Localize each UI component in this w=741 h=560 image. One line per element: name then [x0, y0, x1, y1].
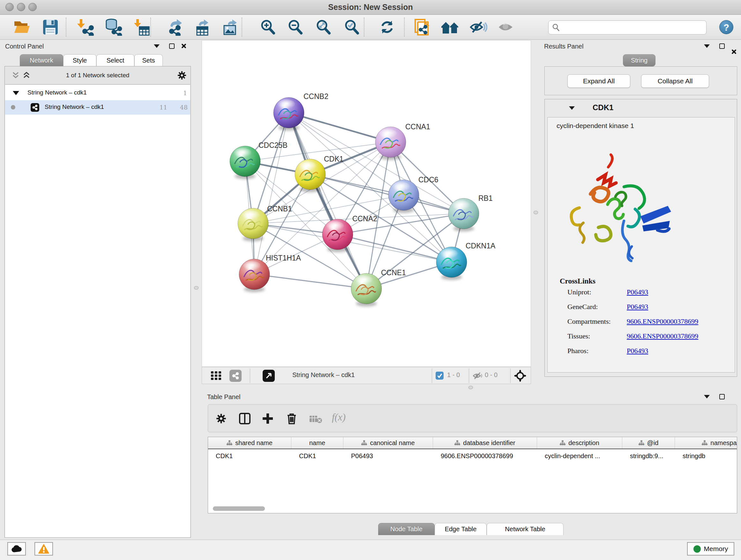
right-splitter-handle[interactable]: [534, 211, 538, 214]
table-cell[interactable]: 9606.ENSP00000378699: [433, 450, 537, 462]
edge-CCNB2-HIST1H1A[interactable]: [254, 113, 289, 274]
node-table[interactable]: shared namenamecanonical namedatabase id…: [208, 437, 737, 513]
tab-node-table[interactable]: Node Table: [378, 523, 434, 535]
horizontal-splitter-handle[interactable]: [468, 386, 473, 389]
entry-collapse-icon[interactable]: [569, 106, 575, 110]
table-cell[interactable]: stringdb:9...: [622, 450, 675, 462]
tab-edge-table[interactable]: Edge Table: [434, 523, 487, 535]
tab-string[interactable]: String: [623, 54, 656, 66]
node-RB1[interactable]: RB1: [448, 194, 493, 232]
network-view-canvas[interactable]: CCNB2CCNA1CDC25BCDK1CDC6RB1CCNB1CCNA2CDK…: [202, 40, 531, 367]
pan-crosshair-icon[interactable]: [514, 370, 526, 382]
network-tree-root-row[interactable]: String Network – cdk1 1: [5, 86, 190, 100]
table-panel-collapse-icon[interactable]: [704, 395, 710, 398]
node-CDK1[interactable]: CDK1: [295, 155, 343, 192]
network-options-gear-icon[interactable]: [177, 71, 187, 80]
selected-checkbox[interactable]: [435, 372, 444, 380]
delete-column-icon[interactable]: [286, 413, 297, 425]
table-cell[interactable]: stringdb: [675, 450, 737, 462]
table-cell[interactable]: cyclin-dependent ...: [537, 450, 622, 462]
tab-select[interactable]: Select: [96, 54, 134, 66]
string-network-icon: [30, 103, 39, 112]
table-toolbar: f(x): [208, 404, 737, 432]
show-hidden-icon[interactable]: [498, 20, 515, 34]
crosslink-link[interactable]: 9606.ENSP00000378699: [627, 332, 698, 340]
control-panel-float-icon[interactable]: [169, 44, 175, 49]
import-network-database-icon[interactable]: [105, 18, 122, 36]
export-image-icon[interactable]: [222, 18, 240, 36]
table-row[interactable]: CDK1CDK1P064939606.ENSP00000378699cyclin…: [208, 450, 737, 462]
expand-all-button[interactable]: Expand All: [567, 74, 630, 88]
column-header-namespace[interactable]: namespace: [675, 437, 737, 449]
results-panel-float-icon[interactable]: [719, 44, 725, 49]
zoom-in-icon[interactable]: [260, 19, 276, 36]
search-field[interactable]: [548, 20, 706, 35]
zoom-out-icon[interactable]: [287, 19, 304, 36]
edge-CCNB2-CCNE1[interactable]: [289, 113, 366, 289]
column-header-database-identifier[interactable]: database identifier: [433, 437, 537, 449]
column-header-name[interactable]: name: [291, 437, 343, 449]
node-HIST1H1A[interactable]: HIST1H1A: [239, 254, 301, 292]
memory-button[interactable]: Memory: [687, 542, 734, 556]
node-CCNB1[interactable]: CCNB1: [238, 205, 292, 241]
export-table-icon[interactable]: [194, 18, 212, 36]
save-session-icon[interactable]: [43, 19, 58, 35]
tab-network-table[interactable]: Network Table: [487, 523, 563, 535]
search-input[interactable]: [562, 24, 706, 31]
table-cell[interactable]: CDK1: [291, 450, 343, 462]
table-panel-float-icon[interactable]: [719, 394, 725, 399]
open-session-icon[interactable]: [13, 19, 30, 35]
node-CCNB2[interactable]: CCNB2: [273, 92, 328, 131]
show-all-icon[interactable]: [441, 19, 460, 35]
crosslink-link[interactable]: P06493: [627, 303, 648, 311]
new-network-from-selection-icon[interactable]: [413, 18, 430, 36]
delete-table-icon: [310, 415, 322, 423]
import-table-file-icon[interactable]: [133, 18, 150, 36]
table-cell[interactable]: P06493: [343, 450, 433, 462]
crosslink-link[interactable]: P06493: [627, 288, 648, 296]
tree-expand-icon[interactable]: [13, 91, 19, 95]
edge-HIST1H1A-CCNE1[interactable]: [254, 274, 366, 289]
table-horizontal-scrollbar[interactable]: [213, 506, 265, 511]
crosslink-link[interactable]: P06493: [627, 347, 648, 355]
results-panel-collapse-icon[interactable]: [704, 44, 710, 48]
create-column-icon[interactable]: [262, 413, 274, 425]
crosslink-link[interactable]: 9606.ENSP00000378699: [627, 317, 698, 326]
tab-style[interactable]: Style: [63, 54, 96, 66]
show-columns-icon[interactable]: [239, 413, 251, 425]
results-panel-close-icon[interactable]: [731, 49, 737, 55]
control-panel-close-icon[interactable]: [181, 43, 186, 49]
node-CDC6[interactable]: CDC6: [388, 176, 439, 213]
edge-CDK1-RB1[interactable]: [310, 174, 464, 213]
apply-layout-icon[interactable]: [379, 19, 395, 36]
table-cell[interactable]: CDK1: [208, 450, 291, 462]
column-mapping-icon: [560, 440, 565, 445]
fit-content-icon[interactable]: [315, 19, 332, 36]
tab-sets[interactable]: Sets: [134, 54, 163, 66]
import-network-file-icon[interactable]: [77, 18, 94, 36]
network-panel: 1 of 1 Network selected String Network –…: [4, 66, 191, 538]
node-label-RB1: RB1: [478, 194, 493, 202]
collapse-all-button[interactable]: Collapse All: [641, 74, 709, 88]
column-header--id[interactable]: @id: [622, 437, 675, 449]
control-panel-collapse-icon[interactable]: [154, 44, 159, 48]
export-network-icon[interactable]: [167, 18, 185, 36]
column-header-label: description: [568, 439, 599, 447]
warning-button[interactable]: [35, 542, 53, 556]
zoom-selected-icon[interactable]: [344, 19, 360, 36]
column-header-canonical-name[interactable]: canonical name: [343, 437, 433, 449]
cloud-button[interactable]: [7, 542, 26, 556]
help-button[interactable]: ?: [719, 20, 733, 34]
edge-CCNB2-CCNA1[interactable]: [289, 113, 391, 142]
tab-network[interactable]: Network: [20, 54, 63, 66]
grid-view-icon[interactable]: [211, 371, 222, 380]
network-tree-child-row[interactable]: String Network – cdk1 11 48: [5, 100, 190, 115]
column-header-shared-name[interactable]: shared name: [208, 437, 291, 449]
node-CDKN1A[interactable]: CDKN1A: [436, 242, 495, 280]
birdseye-view-icon[interactable]: [263, 370, 275, 382]
hide-selected-icon[interactable]: [469, 19, 487, 35]
left-splitter-handle[interactable]: [194, 286, 199, 290]
column-header-description[interactable]: description: [537, 437, 622, 449]
table-options-gear-icon[interactable]: [216, 413, 226, 424]
network-share-view-icon[interactable]: [229, 370, 242, 382]
